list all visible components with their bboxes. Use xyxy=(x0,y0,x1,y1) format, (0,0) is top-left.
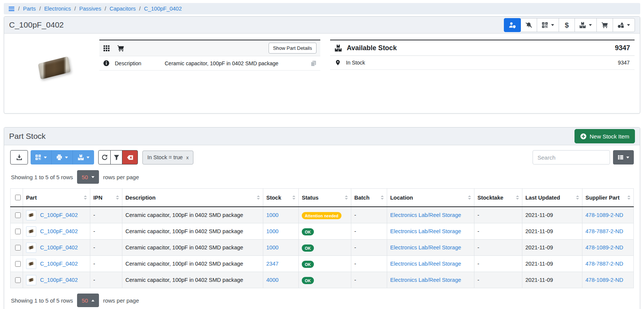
sort-icon[interactable] xyxy=(292,195,295,200)
stock-link[interactable]: 1000 xyxy=(266,228,278,234)
in-stock-label: In Stock xyxy=(346,60,365,66)
chevron-down-icon xyxy=(91,176,94,178)
pricing-button[interactable]: $ xyxy=(559,18,575,32)
menu-icon[interactable] xyxy=(8,6,15,12)
stock-options-button[interactable] xyxy=(73,150,94,164)
row-checkbox[interactable] xyxy=(15,212,21,218)
order-part-button[interactable] xyxy=(596,18,613,32)
new-stock-item-button[interactable]: New Stock Item xyxy=(575,129,635,143)
chevron-down-icon xyxy=(86,157,90,158)
barcode-actions-button[interactable] xyxy=(537,18,559,32)
breadcrumb-item-parts[interactable]: Parts xyxy=(23,6,36,12)
last-updated-cell: 2021-11-09 xyxy=(522,272,582,288)
user-shield-icon xyxy=(509,22,516,28)
location-link[interactable]: Electronics Lab/Reel Storage xyxy=(390,212,461,218)
supplier-part-link[interactable]: 478-7887-2-ND xyxy=(585,261,623,267)
row-checkbox[interactable] xyxy=(15,245,21,251)
part-image[interactable] xyxy=(9,60,99,76)
chevron-down-icon xyxy=(65,157,68,158)
chevron-down-icon xyxy=(589,24,592,26)
table-row: C_100pF_0402 - Ceramic capacitor, 100pF … xyxy=(11,207,634,223)
part-link[interactable]: C_100pF_0402 xyxy=(40,228,78,234)
stocktake-cell: - xyxy=(474,256,522,272)
column-select-button[interactable] xyxy=(613,150,634,164)
paginator-top: Showing 1 to 5 of 5 rows 50 rows per pag… xyxy=(11,170,634,184)
row-checkbox[interactable] xyxy=(15,261,21,267)
table-row: C_100pF_0402 - Ceramic capacitor, 100pF … xyxy=(11,272,634,288)
remove-filter-icon[interactable]: x xyxy=(186,155,189,160)
supplier-part-link[interactable]: 478-1089-2-ND xyxy=(585,212,623,218)
breadcrumb-separator: / xyxy=(105,6,106,12)
sort-icon[interactable] xyxy=(576,195,579,200)
breadcrumb-separator: / xyxy=(139,6,141,12)
sort-icon[interactable] xyxy=(468,195,471,200)
stock-actions-button[interactable] xyxy=(575,18,597,32)
print-button[interactable] xyxy=(52,150,73,164)
filter-button[interactable] xyxy=(110,150,123,164)
breadcrumb-item-electronics[interactable]: Electronics xyxy=(44,6,71,12)
row-checkbox[interactable] xyxy=(15,277,21,283)
breadcrumb-separator: / xyxy=(18,6,20,12)
part-stock-body: In Stock = true x Showing 1 to 5 of 5 ro… xyxy=(4,145,640,309)
stock-link[interactable]: 1000 xyxy=(266,244,278,251)
rows-per-page-text: rows per page xyxy=(103,297,139,304)
shopping-cart-icon[interactable] xyxy=(117,45,124,52)
sort-icon[interactable] xyxy=(116,195,119,200)
supplier-part-link[interactable]: 478-1089-2-ND xyxy=(585,277,623,283)
stock-link[interactable]: 2347 xyxy=(266,261,278,267)
reload-icon xyxy=(102,154,108,160)
clear-filters-button[interactable] xyxy=(122,150,138,164)
row-checkbox[interactable] xyxy=(15,229,21,234)
barcode-button[interactable] xyxy=(31,150,52,164)
supplier-part-link[interactable]: 478-1089-2-ND xyxy=(585,244,623,251)
download-button[interactable] xyxy=(10,150,28,164)
part-thumbnail xyxy=(26,275,36,285)
breadcrumb-item-passives[interactable]: Passives xyxy=(79,6,101,12)
subscribe-button[interactable] xyxy=(504,18,521,32)
sort-icon[interactable] xyxy=(257,195,260,200)
part-link[interactable]: C_100pF_0402 xyxy=(40,277,78,283)
breadcrumb-item-current-part[interactable]: C_100pF_0402 xyxy=(144,6,182,12)
breadcrumb-item-capacitors[interactable]: Capacitors xyxy=(110,6,136,12)
copy-icon[interactable] xyxy=(310,60,317,66)
show-part-details-button[interactable]: Show Part Details xyxy=(269,43,317,54)
sort-icon[interactable] xyxy=(345,195,348,200)
sort-icon[interactable] xyxy=(516,195,519,200)
ipn-cell: - xyxy=(90,240,122,256)
batch-cell: - xyxy=(351,256,387,272)
location-link[interactable]: Electronics Lab/Reel Storage xyxy=(390,228,461,234)
location-link[interactable]: Electronics Lab/Reel Storage xyxy=(390,277,461,283)
location-link[interactable]: Electronics Lab/Reel Storage xyxy=(390,261,461,267)
part-link[interactable]: C_100pF_0402 xyxy=(40,261,78,267)
shapes-icon xyxy=(618,22,624,28)
part-link[interactable]: C_100pF_0402 xyxy=(40,244,78,251)
page: / Parts / Electronics / Passives / Capac… xyxy=(0,0,644,309)
sort-icon[interactable] xyxy=(84,195,87,200)
stock-link[interactable]: 4000 xyxy=(266,277,278,283)
grid-icon xyxy=(103,45,110,52)
chevron-up-icon xyxy=(91,300,94,301)
stock-link[interactable]: 1000 xyxy=(266,212,278,218)
bell-slash-icon xyxy=(525,22,532,28)
table-row: C_100pF_0402 - Ceramic capacitor, 100pF … xyxy=(11,240,634,256)
location-link[interactable]: Electronics Lab/Reel Storage xyxy=(390,244,461,251)
sort-icon[interactable] xyxy=(627,195,630,200)
part-link[interactable]: C_100pF_0402 xyxy=(40,212,78,218)
unsubscribe-button[interactable] xyxy=(520,18,537,32)
page-title: C_100pF_0402 xyxy=(9,20,64,29)
part-actions-button[interactable] xyxy=(613,18,635,32)
page-size-dropdown[interactable]: 50 xyxy=(77,170,99,184)
part-panel-body: Show Part Details Description Ceramic ca… xyxy=(4,34,640,113)
table-row: C_100pF_0402 - Ceramic capacitor, 100pF … xyxy=(11,223,634,240)
sort-icon[interactable] xyxy=(381,195,384,200)
filter-chip-label: In Stock = true xyxy=(147,154,183,160)
info-icon xyxy=(103,60,110,66)
supplier-part-link[interactable]: 478-7887-2-ND xyxy=(585,228,623,234)
search-input[interactable] xyxy=(533,150,610,164)
description-value: Ceramic capacitor, 100pF in 0402 SMD pac… xyxy=(165,60,305,66)
select-all-checkbox[interactable] xyxy=(15,195,21,200)
part-thumbnail xyxy=(26,259,36,269)
page-size-dropdown[interactable]: 50 xyxy=(77,294,99,307)
reload-button[interactable] xyxy=(98,150,111,164)
stocktake-cell: - xyxy=(474,207,522,223)
